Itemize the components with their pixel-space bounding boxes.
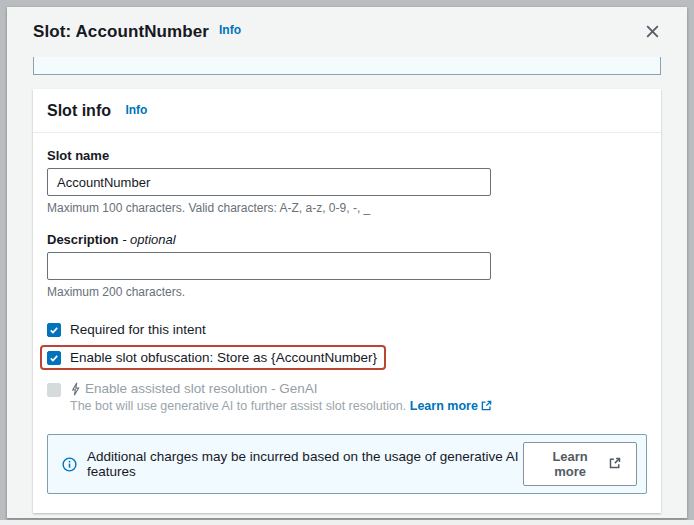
slot-info-card-header: Slot info Info (33, 89, 661, 133)
external-link-icon (609, 457, 621, 472)
assisted-resolution-description: The bot will use generative AI to furthe… (70, 399, 492, 413)
banner-learn-more-button[interactable]: Learn more (523, 442, 637, 486)
genai-charges-banner: Additional charges may be incurred based… (47, 434, 647, 494)
page-backdrop-strip (0, 520, 694, 525)
description-helper: Maximum 200 characters. (47, 285, 647, 299)
description-input[interactable] (47, 252, 491, 280)
lightning-bolt-icon (70, 382, 81, 396)
optional-note: - optional (122, 232, 175, 247)
slot-editor-modal: Slot: AccountNumber Info Slot info Info … (7, 7, 687, 519)
assisted-resolution-label: Enable assisted slot resolution - GenAI (85, 381, 318, 396)
slot-info-card-body: Slot name Maximum 100 characters. Valid … (33, 133, 661, 513)
modal-header: Slot: AccountNumber Info (7, 7, 687, 50)
banner-text: Additional charges may be incurred based… (87, 449, 523, 479)
assisted-resolution-row: Enable assisted slot resolution - GenAI … (47, 378, 647, 417)
modal-content: Slot info Info Slot name Maximum 100 cha… (7, 50, 687, 525)
slot-name-field: Slot name Maximum 100 characters. Valid … (47, 148, 647, 215)
modal-title: Slot: AccountNumber (33, 22, 209, 42)
required-intent-row: Required for this intent (47, 319, 647, 340)
modal-info-link[interactable]: Info (219, 23, 241, 37)
description-label: Description - optional (47, 232, 647, 247)
info-circle-icon (62, 457, 77, 472)
description-field: Description - optional Maximum 200 chara… (47, 232, 647, 299)
checkmark-icon (49, 321, 59, 339)
obfuscation-checkbox[interactable] (47, 351, 61, 365)
slot-name-input[interactable] (47, 168, 491, 196)
close-button[interactable] (640, 19, 665, 44)
obfuscation-label[interactable]: Enable slot obfuscation: Store as {Accou… (70, 350, 377, 365)
slot-info-title: Slot info (47, 102, 111, 119)
checkbox-group: Required for this intent Enable slot obf… (47, 319, 647, 417)
required-intent-label[interactable]: Required for this intent (70, 322, 206, 337)
required-intent-checkbox[interactable] (47, 323, 61, 337)
close-icon (644, 28, 661, 43)
assisted-resolution-learn-more-link[interactable]: Learn more (410, 399, 478, 413)
checkmark-icon (49, 349, 59, 367)
slot-info-info-link[interactable]: Info (125, 103, 147, 117)
assisted-resolution-checkbox (47, 383, 61, 397)
obfuscation-row: Enable slot obfuscation: Store as {Accou… (47, 340, 647, 375)
obfuscation-annotation-box: Enable slot obfuscation: Store as {Accou… (40, 345, 386, 370)
slot-info-card: Slot info Info Slot name Maximum 100 cha… (33, 89, 661, 513)
external-link-icon (481, 400, 492, 414)
slot-name-label: Slot name (47, 148, 647, 163)
scrolled-panel-partial (33, 57, 661, 75)
slot-name-helper: Maximum 100 characters. Valid characters… (47, 201, 647, 215)
